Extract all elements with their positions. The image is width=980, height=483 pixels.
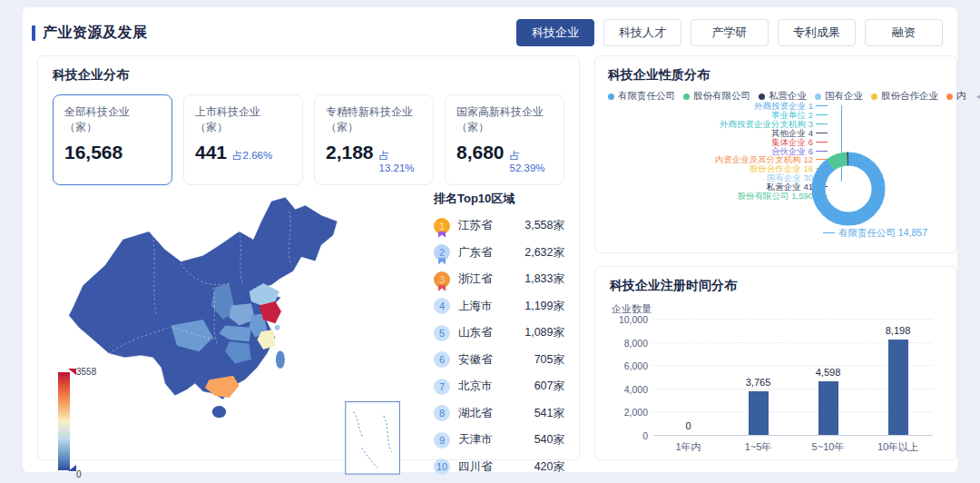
bar-chart-plot: 10,000 8,000 6,000 4,000 2,000 0 0 3,765… <box>653 319 933 435</box>
rank-7-badge-icon: 7 <box>434 379 450 395</box>
legend-item[interactable]: 内 <box>946 90 966 103</box>
stat-label: 国家高新科技企业（家） <box>456 104 553 135</box>
stat-cards: 全部科技企业（家） 16,568 上市科技企业（家） 441 占2.66% 专精… <box>53 94 564 185</box>
y-tick-label: 10,000 <box>612 314 648 325</box>
bar-value-label: 8,198 <box>886 325 911 336</box>
x-tick-label: 10年以上 <box>863 440 933 454</box>
region-name: 北京市 <box>458 379 493 394</box>
stat-card-3[interactable]: 国家高新科技企业（家） 8,680 占52.39% <box>445 94 564 185</box>
region-name: 湖北省 <box>458 406 493 421</box>
rank-3-badge-icon: 3 <box>434 271 450 288</box>
x-tick-label: 1~5年 <box>723 440 793 454</box>
region-name: 浙江省 <box>458 271 493 287</box>
rank-5-badge-icon: 5 <box>434 325 450 341</box>
stat-card-2[interactable]: 专精特新科技企业（家） 2,188 占13.21% <box>314 94 434 185</box>
colorbar-min-label: 0 <box>76 469 82 479</box>
tab-1[interactable]: 科技人才 <box>603 19 681 46</box>
region-name: 山东省 <box>458 325 493 340</box>
y-tick-label: 2,000 <box>612 407 648 418</box>
legend-dot-icon <box>871 94 877 100</box>
page-title-wrap: 产业资源及发展 <box>32 24 148 43</box>
y-tick-label: 0 <box>612 430 648 441</box>
region-count: 1,089家 <box>524 325 564 340</box>
top10-row: 8 湖北省 541家 <box>434 400 564 428</box>
bar <box>749 391 769 435</box>
region-name: 江苏省 <box>458 218 493 233</box>
tab-0[interactable]: 科技企业 <box>516 19 594 46</box>
y-axis-label: 企业数量 <box>612 302 942 316</box>
region-name: 四川省 <box>458 459 493 475</box>
medal-ribbon <box>438 258 446 264</box>
colorbar-max-label: 3558 <box>76 367 96 377</box>
top10-row: 10 四川省 420家 <box>434 454 564 481</box>
header: 产业资源及发展 科技企业科技人才产学研专利成果融资 <box>23 7 957 54</box>
map-zone: 3558 0 排名Top10区域 1 江苏省 3,558家 2 广东省 2,63… <box>53 189 564 483</box>
x-tick-label: 1年内 <box>653 440 723 454</box>
top10-row: 7 北京市 607家 <box>434 373 564 400</box>
region-count: 3,558家 <box>524 218 564 233</box>
colorbar-max-handle[interactable] <box>68 369 76 375</box>
legend-dot-icon <box>946 94 953 100</box>
stat-label: 专精特新科技企业（家） <box>326 104 422 135</box>
region-name: 上海市 <box>458 299 493 314</box>
stat-label: 全部科技企业（家） <box>64 104 161 135</box>
page-title: 产业资源及发展 <box>43 24 148 43</box>
bar-slot: 3,765 <box>723 319 793 435</box>
top10-row: 1 江苏省 3,558家 <box>434 212 564 240</box>
china-map[interactable]: 3558 0 <box>53 189 434 483</box>
top10-row: 9 天津市 540家 <box>434 427 564 454</box>
region-count: 2,632家 <box>524 245 564 261</box>
donut-chart-svg <box>803 143 894 234</box>
top10-row: 2 广东省 2,632家 <box>434 240 564 267</box>
colorbar-min-handle[interactable] <box>68 465 76 471</box>
map-colorbar: 3558 0 <box>58 363 122 479</box>
taiwan-island[interactable] <box>276 350 285 369</box>
stat-value: 8,680 <box>456 142 505 163</box>
bar-value-label: 4,598 <box>816 367 841 378</box>
stat-card-0[interactable]: 全部科技企业（家） 16,568 <box>53 94 172 185</box>
title-accent-bar <box>32 25 35 41</box>
stat-value: 441 <box>195 142 227 163</box>
stat-percent: 占52.39% <box>510 149 553 173</box>
top10-row: 3 浙江省 1,833家 <box>434 266 564 293</box>
top10-title: 排名Top10区域 <box>434 191 564 207</box>
stat-value: 2,188 <box>326 142 374 163</box>
stat-percent: 占13.21% <box>379 149 422 173</box>
donut-chart-zone: 外商投资企业 1 事业单位 2 外商投资企业分支机构 3 其他企业 4 集体企业… <box>608 100 944 247</box>
top10-row: 6 安徽省 705家 <box>434 347 564 374</box>
bar-value-label: 0 <box>685 420 691 431</box>
region-count: 1,199家 <box>524 299 564 314</box>
region-count: 1,833家 <box>524 271 564 287</box>
region-count: 705家 <box>534 352 564 368</box>
rank-4-badge-icon: 4 <box>434 298 450 314</box>
y-tick-label: 8,000 <box>612 338 648 349</box>
region-name: 广东省 <box>458 245 493 261</box>
rank-1-badge-icon: 1 <box>434 218 450 234</box>
regtime-title: 科技企业注册时间分布 <box>610 278 942 294</box>
top10-row: 4 上海市 1,199家 <box>434 293 564 320</box>
distribution-title: 科技企业分布 <box>53 67 564 84</box>
tab-3[interactable]: 专利成果 <box>778 19 856 46</box>
hainan-island[interactable] <box>212 406 226 418</box>
registration-time-card: 科技企业注册时间分布 企业数量 10,000 8,000 6,000 4,000… <box>594 266 957 460</box>
legend-dot-icon <box>815 94 821 100</box>
legend-dot-icon <box>608 94 614 100</box>
pager-prev-icon[interactable]: ◀ <box>976 92 980 101</box>
tab-2[interactable]: 产学研 <box>691 19 769 46</box>
bar <box>888 340 908 435</box>
region-count: 541家 <box>534 406 564 421</box>
donut-main-connector <box>823 232 835 233</box>
y-tick-label: 6,000 <box>612 360 648 371</box>
province-shanghai[interactable] <box>275 325 280 330</box>
south-china-sea-inset <box>346 402 400 475</box>
stat-card-1[interactable]: 上市科技企业（家） 441 占2.66% <box>183 94 303 185</box>
tab-4[interactable]: 融资 <box>865 19 943 46</box>
legend-pager: ◀ 1/3 ▶ <box>976 91 980 102</box>
bar-slot: 8,198 <box>863 319 933 435</box>
x-axis-labels: 1年内1~5年5~10年10年以上 <box>653 440 933 454</box>
region-count: 607家 <box>534 379 564 394</box>
bar-slot: 0 <box>653 319 723 435</box>
rank-10-badge-icon: 10 <box>434 458 450 475</box>
top10-list: 1 江苏省 3,558家 2 广东省 2,632家 3 浙江省 1,833家 4… <box>434 212 564 480</box>
medal-ribbon <box>438 232 446 238</box>
